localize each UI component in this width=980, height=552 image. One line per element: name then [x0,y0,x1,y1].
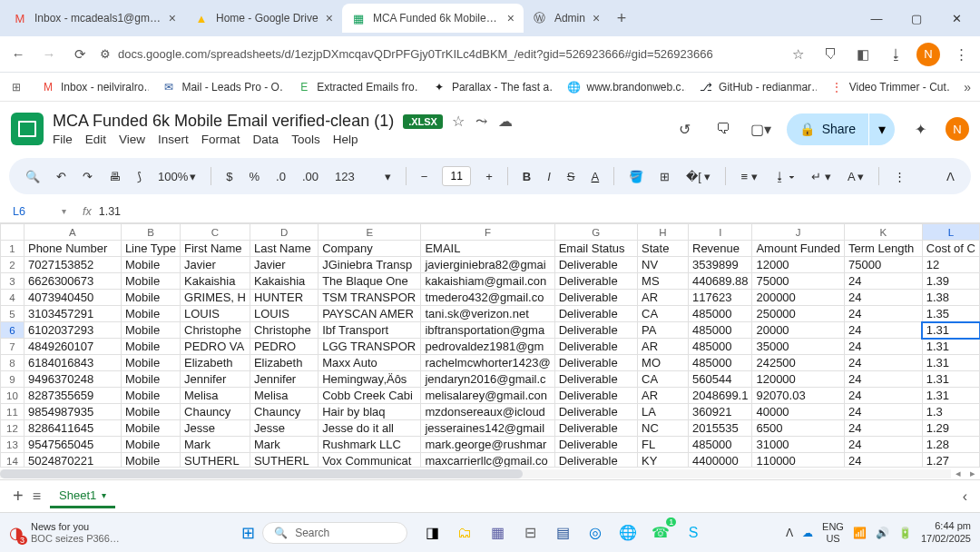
cell[interactable]: 20000 [752,322,845,339]
cell[interactable]: melisalarey@gmail.con [421,388,554,404]
explorer-icon[interactable]: 🗂 [451,519,478,547]
cell[interactable]: 1.27 [922,453,979,468]
row-header[interactable]: 10 [1,388,24,404]
comments-icon[interactable]: 🗨 [710,116,736,142]
cell[interactable]: Deliverable [554,453,637,468]
scroll-thumb[interactable] [0,469,523,478]
cell[interactable]: State [638,241,689,257]
cell[interactable]: 440689.88 [689,273,752,290]
cell[interactable]: 12000 [752,257,845,273]
history-icon[interactable]: ↺ [672,116,698,142]
cell[interactable]: 35000 [752,339,845,355]
cell[interactable]: PEDRO VA [181,339,250,355]
cell[interactable]: Mobile [121,371,180,388]
menu-insert[interactable]: Insert [158,133,189,146]
bookmark-item[interactable]: ✦Parallax - The fast a… [432,80,554,94]
paint-format-button[interactable]: ⟆ [133,168,145,185]
undo-button[interactable]: ↶ [53,168,70,185]
column-header[interactable]: A [24,224,121,241]
cell[interactable]: Deliverable [554,339,637,355]
cell[interactable]: Line Type [121,241,180,257]
cell[interactable]: 242500 [752,355,845,371]
cell[interactable]: NC [638,420,689,437]
cell[interactable]: CA [638,306,689,322]
row-header[interactable]: 9 [1,371,24,388]
spreadsheet-grid[interactable]: ABCDEFGHIJKL1Phone NumberLine TypeFirst … [0,223,980,467]
cell[interactable]: 24 [844,273,922,290]
redo-button[interactable]: ↷ [79,168,96,185]
row-header[interactable]: 2 [1,257,24,273]
italic-button[interactable]: I [544,168,554,185]
cell[interactable]: Mark [181,437,250,453]
cell[interactable]: 1.35 [922,306,979,322]
forward-button[interactable]: → [38,44,60,65]
cell[interactable]: 250000 [752,306,845,322]
bookmark-item[interactable]: ✉Mail - Leads Pro - O… [162,80,284,94]
cell[interactable]: 6184016843 [24,355,121,371]
print-button[interactable]: 🖶 [105,168,124,185]
new-tab-button[interactable]: + [609,9,634,28]
cell[interactable]: 485000 [689,322,752,339]
cell[interactable]: 1.31 [922,322,979,339]
h-align-button[interactable]: ≡ ▾ [737,168,760,185]
search-menu-icon[interactable]: 🔍 [22,168,44,185]
borders-button[interactable]: ⊞ [656,168,673,185]
cell[interactable]: TSM TRANSPOR [318,290,421,306]
cell[interactable]: Mobile [121,339,180,355]
cell[interactable]: Company [318,241,421,257]
cell[interactable]: 485000 [689,306,752,322]
cell[interactable]: EMAIL [421,241,554,257]
cell[interactable]: AR [638,388,689,404]
cell[interactable]: Deliverable [554,273,637,290]
cell[interactable]: Elizabeth [181,355,250,371]
collapse-toolbar-icon[interactable]: ᐱ [943,168,958,185]
cell[interactable]: 1.31 [922,388,979,404]
row-header[interactable]: 6 [1,322,24,339]
cell[interactable]: Deliverable [554,306,637,322]
cell[interactable]: javierginiebra82@gmai [421,257,554,273]
cell[interactable]: 1.3 [922,404,979,420]
taskview-icon[interactable]: ◨ [418,519,446,547]
menu-edit[interactable]: Edit [85,133,106,146]
cell[interactable]: 117623 [689,290,752,306]
cell[interactable]: Phone Number [24,241,121,257]
cell[interactable]: 24 [844,339,922,355]
cell[interactable]: rachelmcwhorter1423@ [421,355,554,371]
cell[interactable]: 1.29 [922,420,979,437]
volume-icon[interactable]: 🔊 [876,527,889,539]
cell[interactable]: 9547565045 [24,437,121,453]
cell[interactable]: 2048699.1 [689,388,752,404]
cell[interactable]: KY [638,453,689,468]
font-size-decrease[interactable]: − [417,168,432,185]
cell[interactable]: FL [638,437,689,453]
menu-tools[interactable]: Tools [291,133,320,146]
cell[interactable]: Deliverable [554,322,637,339]
cell[interactable]: 4849260107 [24,339,121,355]
cell[interactable]: 75000 [844,257,922,273]
cell[interactable]: 24 [844,290,922,306]
cell[interactable]: MS [638,273,689,290]
cell[interactable]: Mobile [121,306,180,322]
decrease-decimal-button[interactable]: .0 [272,168,289,185]
cell[interactable]: 6500 [752,420,845,437]
cell[interactable]: First Name [181,241,250,257]
cell[interactable]: Mobile [121,355,180,371]
cell[interactable]: JGiniebra Transp [318,257,421,273]
strike-button[interactable]: S [564,168,579,185]
column-header[interactable]: J [752,224,845,241]
column-header[interactable]: D [250,224,318,241]
cell[interactable]: 4073940450 [24,290,121,306]
downloads-icon[interactable]: ⭳ [884,43,907,66]
tab-close-icon[interactable]: × [326,11,333,25]
cell[interactable]: 485000 [689,355,752,371]
extensions-icon-2[interactable]: ◧ [851,43,875,66]
menu-view[interactable]: View [119,133,145,146]
cell[interactable]: AR [638,290,689,306]
cell[interactable]: Deliverable [554,437,637,453]
row-header[interactable]: 7 [1,339,24,355]
cell[interactable]: LA [638,404,689,420]
gemini-icon[interactable]: ✦ [907,116,933,142]
cell[interactable]: 4400000 [689,453,752,468]
cell[interactable]: 8286411645 [24,420,121,437]
horizontal-scrollbar[interactable]: ◂ ▸ [0,467,980,479]
